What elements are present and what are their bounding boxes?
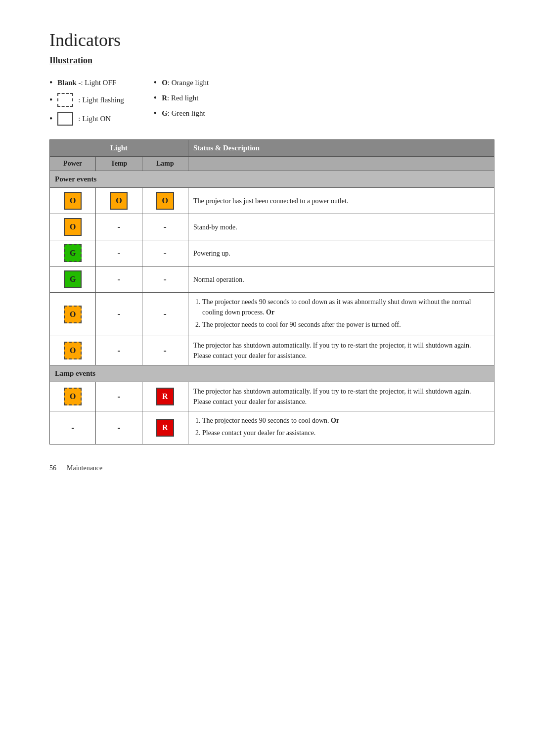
light-cell: O bbox=[50, 214, 96, 240]
light-cell: - bbox=[142, 267, 188, 293]
status-cell: Powering up. bbox=[188, 240, 494, 267]
bullet-icon: • bbox=[49, 95, 52, 105]
legend-item-on: • : Light ON bbox=[49, 112, 124, 126]
table-header-row: Light Status & Description bbox=[50, 140, 494, 157]
light-cell: G bbox=[50, 240, 96, 267]
light-cell: - bbox=[96, 240, 142, 267]
legend-red-label: R: Red light bbox=[162, 94, 198, 102]
light-cell: R bbox=[142, 382, 188, 411]
light-cell: O bbox=[50, 293, 96, 336]
light-box: O bbox=[64, 306, 82, 323]
light-cell: - bbox=[96, 336, 142, 365]
status-cell: The projector has just been connected to… bbox=[188, 188, 494, 214]
legend-green-label: G: Green light bbox=[162, 109, 205, 118]
light-cell: - bbox=[142, 214, 188, 240]
legend-item-red: • R: Red light bbox=[154, 93, 209, 103]
status-list-item: The projector needs 90 seconds to cool d… bbox=[202, 297, 489, 317]
footer-section: Maintenance bbox=[67, 464, 102, 472]
legend-item-flashing: • : Light flashing bbox=[49, 93, 124, 107]
legend-right: • O: Orange light • R: Red light • G: Gr… bbox=[154, 78, 209, 126]
light-box: R bbox=[156, 388, 174, 405]
light-box: G bbox=[64, 244, 82, 262]
status-list-item: Please contact your dealer for assistanc… bbox=[202, 428, 489, 438]
table-row: OOOThe projector has just been connected… bbox=[50, 188, 494, 214]
light-box: O bbox=[110, 192, 128, 210]
power-subheader: Power bbox=[50, 157, 96, 171]
bullet-icon: • bbox=[154, 108, 157, 119]
light-cell: G bbox=[50, 267, 96, 293]
light-box: O bbox=[64, 192, 82, 210]
legend-flashing-label: : Light flashing bbox=[78, 96, 124, 104]
illustration-subtitle: Illustration bbox=[49, 55, 494, 66]
bullet-icon: • bbox=[49, 78, 52, 88]
light-cell: O bbox=[50, 382, 96, 411]
light-cell: O bbox=[96, 188, 142, 214]
flashing-icon bbox=[57, 93, 73, 107]
footer: 56 Maintenance bbox=[49, 464, 494, 472]
light-box: O bbox=[64, 342, 82, 359]
light-cell: - bbox=[96, 293, 142, 336]
lamp-subheader: Lamp bbox=[142, 157, 188, 171]
light-box: O bbox=[64, 388, 82, 405]
table-row: G--Powering up. bbox=[50, 240, 494, 267]
status-cell: Normal operation. bbox=[188, 267, 494, 293]
legend: • Blank -: Light OFF • : Light flashing … bbox=[49, 78, 494, 126]
bullet-icon: • bbox=[154, 93, 157, 103]
legend-orange-label: O: Orange light bbox=[162, 79, 209, 87]
light-cell: - bbox=[96, 411, 142, 445]
light-cell: - bbox=[142, 240, 188, 267]
status-cell: The projector needs 90 seconds to cool d… bbox=[188, 411, 494, 445]
legend-on-label: : Light ON bbox=[78, 115, 111, 123]
section-row: Lamp events bbox=[50, 365, 494, 382]
section-row: Power events bbox=[50, 171, 494, 188]
table-row: G--Normal operation. bbox=[50, 267, 494, 293]
status-cell: The projector needs 90 seconds to cool d… bbox=[188, 293, 494, 336]
table-row: O--The projector needs 90 seconds to coo… bbox=[50, 293, 494, 336]
legend-item-green: • G: Green light bbox=[154, 108, 209, 119]
status-subheader-blank bbox=[188, 157, 494, 171]
light-cell: O bbox=[142, 188, 188, 214]
page-number: 56 bbox=[49, 464, 56, 472]
status-cell: The projector has shutdown automatically… bbox=[188, 336, 494, 365]
section-label: Lamp events bbox=[50, 365, 494, 382]
light-cell: - bbox=[96, 214, 142, 240]
table-row: O--Stand-by mode. bbox=[50, 214, 494, 240]
light-cell: R bbox=[142, 411, 188, 445]
table-row: O-RThe projector has shutdown automatica… bbox=[50, 382, 494, 411]
on-icon bbox=[57, 112, 73, 126]
legend-item-blank: • Blank -: Light OFF bbox=[49, 78, 124, 88]
bullet-icon: • bbox=[154, 78, 157, 88]
status-list-item: The projector needs 90 seconds to cool d… bbox=[202, 415, 489, 426]
light-box: G bbox=[64, 270, 82, 288]
light-cell: - bbox=[50, 411, 96, 445]
table-row: O--The projector has shutdown automatica… bbox=[50, 336, 494, 365]
status-cell: The projector has shutdown automatically… bbox=[188, 382, 494, 411]
light-cell: - bbox=[96, 267, 142, 293]
status-cell: Stand-by mode. bbox=[188, 214, 494, 240]
temp-subheader: Temp bbox=[96, 157, 142, 171]
table-row: --RThe projector needs 90 seconds to coo… bbox=[50, 411, 494, 445]
light-box: R bbox=[156, 419, 174, 437]
light-header: Light bbox=[50, 140, 188, 157]
light-cell: - bbox=[142, 336, 188, 365]
light-box: O bbox=[64, 218, 82, 236]
status-header: Status & Description bbox=[188, 140, 494, 157]
light-cell: - bbox=[142, 293, 188, 336]
page-title: Indicators bbox=[49, 30, 494, 50]
light-box: O bbox=[156, 192, 174, 210]
legend-left: • Blank -: Light OFF • : Light flashing … bbox=[49, 78, 124, 126]
legend-item-orange: • O: Orange light bbox=[154, 78, 209, 88]
status-list-item: The projector needs to cool for 90 secon… bbox=[202, 319, 489, 330]
table-subheader-row: Power Temp Lamp bbox=[50, 157, 494, 171]
legend-blank-label: Blank -: Light OFF bbox=[57, 79, 116, 87]
light-cell: O bbox=[50, 336, 96, 365]
indicators-table: Light Status & Description Power Temp La… bbox=[49, 139, 494, 445]
section-label: Power events bbox=[50, 171, 494, 188]
light-cell: O bbox=[50, 188, 96, 214]
bullet-icon: • bbox=[49, 114, 52, 124]
light-cell: - bbox=[96, 382, 142, 411]
